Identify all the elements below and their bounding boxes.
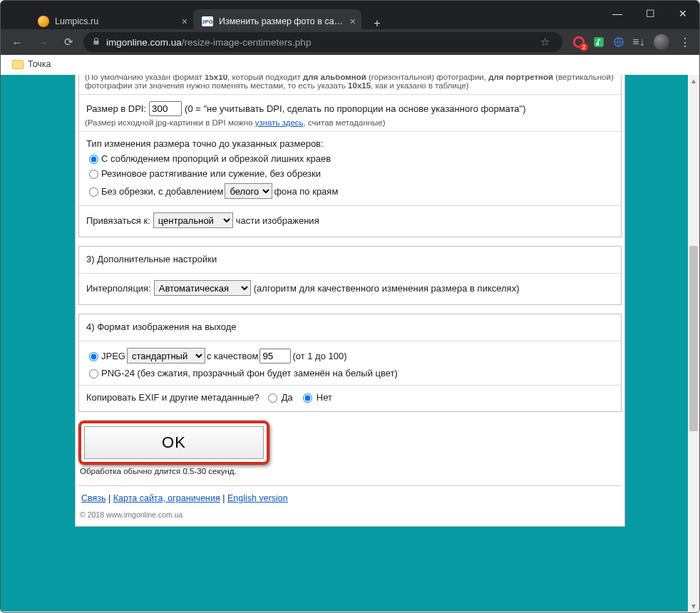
browser-titlebar: Lumpics.ru × JPG Изменить размер фото в … [1,1,699,53]
dpi-help-link[interactable]: узнать здесь [255,118,304,127]
default-format-note: (По умолчанию указан формат 15x10, котор… [85,75,615,90]
dpi-hint: (0 = "не учитывать DPI, сделать по пропо… [185,103,525,114]
browser-toolbar: ← → ⟳ imgonline.com.ua /resize-image-cen… [1,29,699,55]
anchor-select[interactable]: центральной [153,212,233,228]
exif-row: Копировать EXIF и другие метаданные? Да … [85,390,615,405]
anchor-row: Привязаться к: центральной части изображ… [85,210,615,230]
reload-button[interactable]: ⟳ [58,31,79,53]
dpi-label: Размер в DPI: [86,103,146,114]
extension-music-icon[interactable] [592,36,605,48]
maximize-button[interactable]: ☐ [634,1,666,26]
interpolation-label: Интерполяция: [86,283,151,294]
close-tab-icon[interactable]: × [350,16,356,27]
footer-link-sitemap[interactable]: Карта сайта, ограничения [113,493,220,503]
back-button[interactable]: ← [6,31,28,53]
section-output-format: 4) Формат изображения на выходе JPEG ста… [78,314,622,412]
dpi-help: (Размер исходной jpg-картинки в DPI можн… [85,118,615,127]
bookmark-star-icon[interactable]: ☆ [540,36,550,48]
section3-title: 3) Дополнительные настройки [85,251,615,269]
scrollbar-thumb[interactable] [689,246,698,431]
footer-links: Связь | Карта сайта, ограничения | Engli… [78,485,622,506]
section-additional-settings: 3) Дополнительные настройки Интерполяция… [78,246,622,305]
interpolation-row: Интерполяция: Автоматическая (алгоритм д… [85,278,615,298]
anchor-label: Привязаться к: [86,215,150,226]
page-viewport: (По умолчанию указан формат 15x10, котор… [1,75,699,612]
dpi-row: Размер в DPI: (0 = "не учитывать DPI, сд… [85,99,615,118]
browser-menu-icon[interactable]: ⋮ [679,36,691,49]
reading-list-icon[interactable]: ≡↓ [632,36,645,48]
address-bar[interactable]: imgonline.com.ua /resize-image-centimete… [83,32,562,52]
scroll-down-button[interactable]: ▼ [688,600,699,612]
tab-label: Изменить размер фото в санти [219,16,344,26]
format-option-png[interactable]: PNG-24 (без сжатия, прозрачный фон будет… [85,366,615,381]
scroll-up-button[interactable]: ▲ [688,75,699,86]
bookmark-item[interactable]: Точка [28,59,51,69]
anchor-suffix: части изображения [236,215,319,226]
page-content: (По умолчанию указан формат 15x10, котор… [75,75,625,527]
ok-button[interactable]: OK [84,426,264,459]
radio-crop[interactable] [89,155,98,164]
footer-link-english[interactable]: English version [227,493,288,503]
extension-icons: 2 ≡↓ [572,36,645,48]
interpolation-select[interactable]: Автоматическая [154,280,251,296]
format-option-jpeg[interactable]: JPEG стандартный с качеством (от 1 до 10… [85,346,615,366]
resize-type-option-padding[interactable]: Без обрезки, с добавлением белого фона п… [85,181,615,201]
jpeg-subtype-select[interactable]: стандартный [127,348,205,364]
copyright: © 2018 www.imgonline.com.ua [76,506,624,526]
resize-type-label: Тип изменения размера точно до указанных… [85,136,615,151]
dpi-input[interactable] [149,101,182,116]
window-controls: — ☐ ✕ [601,1,699,26]
resize-type-option-stretch[interactable]: Резиновое растягивание или сужение, без … [85,166,615,181]
radio-exif-yes[interactable] [268,393,277,403]
radio-png[interactable] [89,369,98,378]
jpeg-quality-input[interactable] [259,349,291,364]
url-path: /resize-image-centimeters.php [182,37,312,48]
resize-type-option-crop[interactable]: С соблюдением пропорций и обрезкой лишни… [85,151,615,166]
profile-avatar[interactable] [654,34,669,50]
close-window-button[interactable]: ✕ [666,1,699,26]
interpolation-hint: (алгоритм для качественного изменения ра… [254,283,520,294]
forward-button: → [32,31,53,53]
url-host: imgonline.com.ua [106,37,182,48]
footer-link-contact[interactable]: Связь [81,493,106,503]
jpg-favicon: JPG [202,16,213,26]
close-tab-icon[interactable]: × [182,16,187,27]
scrollbar-track[interactable]: ▲ ▼ [688,75,699,612]
bookmarks-bar: Точка [1,53,699,75]
folder-icon [12,60,24,69]
radio-padding[interactable] [89,187,98,197]
radio-exif-no[interactable] [303,393,312,403]
section4-title: 4) Формат изображения на выходе [85,319,615,336]
exif-label: Копировать EXIF и другие метаданные? [86,392,259,403]
ok-button-highlight: OK [78,421,269,465]
extension-opera-icon[interactable]: 2 [572,36,585,48]
processing-note: Обработка обычно длится 0.5-30 секунд. [80,467,624,475]
radio-stretch[interactable] [89,170,98,179]
radio-jpeg[interactable] [89,352,98,361]
section-size-settings: (По умолчанию указан формат 15x10, котор… [78,75,622,237]
extension-badge: 2 [580,43,588,51]
tab-label: Lumpics.ru [55,16,176,26]
lock-icon [92,37,101,47]
padding-color-select[interactable]: белого [225,183,272,199]
extension-globe-icon[interactable] [612,36,625,48]
minimize-button[interactable]: — [601,1,634,26]
lumpics-favicon [38,16,49,27]
